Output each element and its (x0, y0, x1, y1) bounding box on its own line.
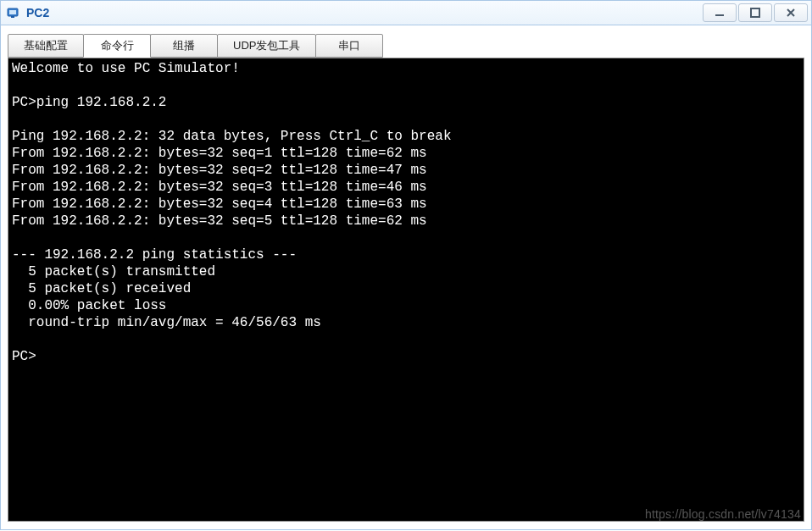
terminal-line: 5 packet(s) transmitted (12, 264, 215, 279)
terminal-line: 5 packet(s) received (12, 281, 191, 296)
window-controls (701, 3, 808, 22)
terminal-line: From 192.168.2.2: bytes=32 seq=5 ttl=128… (12, 213, 427, 229)
svg-rect-3 (715, 14, 724, 16)
app-icon (6, 5, 21, 20)
window-title: PC2 (26, 6, 701, 19)
svg-rect-1 (9, 10, 16, 14)
tab-multicast[interactable]: 组播 (150, 34, 218, 58)
svg-rect-4 (751, 8, 759, 17)
tab-label: 基础配置 (24, 38, 68, 53)
titlebar: PC2 (0, 0, 812, 25)
svg-rect-2 (11, 16, 14, 18)
tab-serial[interactable]: 串口 (315, 34, 383, 58)
terminal-line: 0.00% packet loss (12, 298, 166, 313)
tab-label: 串口 (338, 38, 360, 53)
terminal-line: --- 192.168.2.2 ping statistics --- (12, 247, 297, 263)
terminal-line: PC>ping 192.168.2.2 (12, 95, 166, 110)
terminal-line: PC> (12, 349, 36, 364)
terminal-line: From 192.168.2.2: bytes=32 seq=4 ttl=128… (12, 196, 427, 212)
terminal[interactable]: Welcome to use PC Simulator! PC>ping 192… (8, 58, 804, 521)
close-button[interactable] (774, 3, 808, 22)
minimize-button[interactable] (703, 3, 737, 22)
tab-udp-tool[interactable]: UDP发包工具 (217, 34, 316, 58)
tab-basic-config[interactable]: 基础配置 (8, 34, 84, 58)
client-area: 基础配置 命令行 组播 UDP发包工具 串口 Welcome to use PC… (0, 25, 812, 530)
tab-label: 组播 (173, 38, 195, 53)
terminal-line: From 192.168.2.2: bytes=32 seq=3 ttl=128… (12, 180, 427, 195)
terminal-line: Ping 192.168.2.2: 32 data bytes, Press C… (12, 129, 451, 144)
terminal-line: From 192.168.2.2: bytes=32 seq=2 ttl=128… (12, 163, 427, 178)
tab-label: 命令行 (101, 38, 134, 53)
terminal-line: round-trip min/avg/max = 46/56/63 ms (12, 315, 321, 330)
tab-command-line[interactable]: 命令行 (83, 34, 151, 58)
maximize-button[interactable] (738, 3, 772, 22)
terminal-line: Welcome to use PC Simulator! (12, 61, 240, 76)
tab-label: UDP发包工具 (233, 38, 300, 53)
tab-bar: 基础配置 命令行 组播 UDP发包工具 串口 (8, 34, 804, 58)
terminal-panel: Welcome to use PC Simulator! PC>ping 192… (8, 58, 804, 522)
terminal-line: From 192.168.2.2: bytes=32 seq=1 ttl=128… (12, 146, 427, 161)
